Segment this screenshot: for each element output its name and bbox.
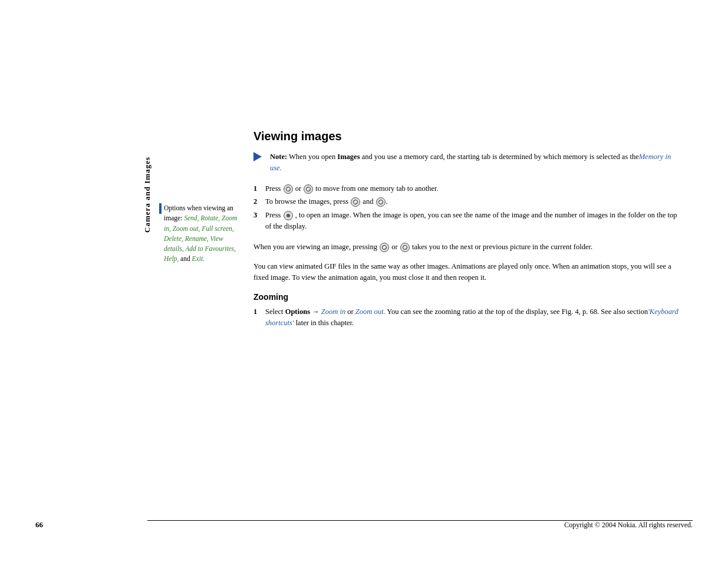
step1-text2: to move from one memory tab to another. bbox=[315, 184, 438, 193]
zoom-arrow: → bbox=[312, 308, 321, 316]
step1-press: Press bbox=[265, 184, 281, 193]
zoom-options-bold: Options bbox=[285, 308, 310, 316]
zoom-content: Select Options → Zoom in or Zoom out. Yo… bbox=[265, 306, 684, 329]
icon-btn-browse2 bbox=[376, 197, 386, 207]
footer: 66 Copyright © 2004 Nokia. All rights re… bbox=[0, 520, 728, 530]
sidebar-text: Camera and Images bbox=[143, 157, 152, 233]
para1: When you are viewing an image, pressing … bbox=[253, 242, 684, 253]
note-text-2: and you use a memory card, the starting … bbox=[362, 153, 639, 161]
icon-btn-center-dot bbox=[286, 214, 290, 217]
zoom-select: Select bbox=[265, 308, 284, 316]
list-content-2: To browse the images, press and . bbox=[265, 196, 684, 207]
para1-or: or bbox=[391, 243, 397, 251]
icon-btn-right-inner bbox=[306, 187, 311, 191]
icon-btn-para1a bbox=[380, 243, 389, 252]
list-num-3: 3 bbox=[253, 210, 262, 232]
note-images: Images bbox=[337, 153, 360, 161]
zoom-or: or bbox=[347, 308, 353, 316]
list-item-2: 2 To browse the images, press and . bbox=[253, 196, 684, 207]
sidebar-options-exit: Exit. bbox=[192, 255, 205, 262]
zoom-italic1: Zoom in bbox=[321, 308, 345, 316]
sidebar-options-and: and bbox=[180, 255, 190, 262]
icon-btn-browse1-inner bbox=[353, 200, 358, 204]
para1-end: takes you to the next or previous pictur… bbox=[412, 243, 592, 251]
icon-btn-browse2-inner bbox=[378, 200, 383, 204]
step3-press: Press bbox=[265, 211, 281, 219]
main-content: Viewing images Note: When you open Image… bbox=[253, 130, 684, 329]
list-content-1: Press or to move from one memory tab to … bbox=[265, 183, 684, 194]
icon-btn-browse1 bbox=[351, 197, 360, 207]
step3-text: , to open an image. When the image is op… bbox=[265, 211, 677, 230]
page-number: 66 bbox=[35, 520, 43, 530]
zoom-text: You can see the zooming ratio at the top… bbox=[387, 308, 648, 316]
note-text: Note: When you open Images and you use a… bbox=[270, 151, 684, 174]
step2-end: . bbox=[386, 197, 388, 206]
icon-btn-para1a-inner bbox=[382, 245, 387, 250]
step2-text: To browse the images, press bbox=[265, 197, 348, 206]
zoom-num-1: 1 bbox=[253, 306, 262, 329]
page: Camera and Images Options when viewing a… bbox=[0, 0, 728, 562]
sidebar-label: Camera and Images bbox=[141, 135, 153, 253]
copyright-text: Copyright © 2004 Nokia. All rights reser… bbox=[564, 521, 693, 530]
note-label: Note: bbox=[270, 153, 287, 161]
list-item-1: 1 Press or to move from one memory tab t… bbox=[253, 183, 684, 194]
zoom-text2: later in this chapter. bbox=[296, 319, 354, 327]
step1-or: or bbox=[295, 184, 301, 193]
list-num-2: 2 bbox=[253, 196, 262, 207]
zooming-list-item: 1 Select Options → Zoom in or Zoom out. … bbox=[253, 306, 684, 329]
list-item-3: 3 Press , to open an image. When the ima… bbox=[253, 210, 684, 232]
note-arrow-icon bbox=[253, 152, 266, 161]
sidebar-bar bbox=[159, 203, 162, 214]
list-num-1: 1 bbox=[253, 183, 262, 194]
zoom-italic2: Zoom out. bbox=[355, 308, 386, 316]
icon-btn-left-inner bbox=[286, 187, 291, 191]
icon-btn-para1b bbox=[400, 243, 410, 252]
icon-btn-center bbox=[284, 211, 293, 220]
note-arrow-shape bbox=[253, 152, 262, 161]
note-text-when: When you open bbox=[289, 153, 335, 161]
icon-btn-left bbox=[284, 184, 293, 194]
para2: You can view animated GIF files in the s… bbox=[253, 261, 684, 284]
numbered-list: 1 Press or to move from one memory tab t… bbox=[253, 183, 684, 232]
icon-btn-para1b-inner bbox=[403, 245, 407, 250]
sidebar-options: Options when viewing an image: Send, Rot… bbox=[164, 203, 241, 265]
para2-text: You can view animated GIF files in the s… bbox=[253, 262, 671, 282]
icon-btn-right bbox=[304, 184, 313, 194]
note-box: Note: When you open Images and you use a… bbox=[253, 151, 684, 174]
zooming-title: Zooming bbox=[253, 292, 684, 302]
para1-text: When you are viewing an image, pressing bbox=[253, 243, 377, 251]
list-content-3: Press , to open an image. When the image… bbox=[265, 210, 684, 232]
section-title: Viewing images bbox=[253, 130, 684, 143]
step2-and: and bbox=[363, 197, 373, 206]
